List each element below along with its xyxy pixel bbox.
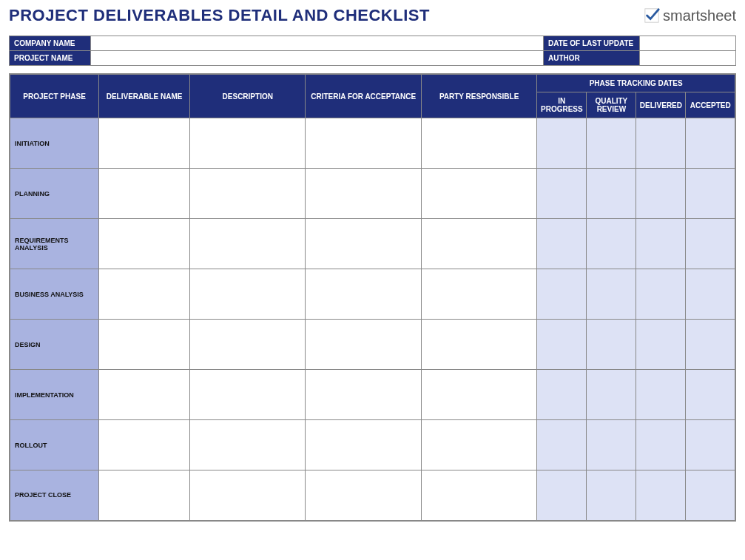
cell-criteria[interactable]	[306, 420, 421, 470]
cell-accepted[interactable]	[686, 169, 735, 219]
cell-criteria[interactable]	[306, 118, 421, 169]
phase-label: PROJECT CLOSE	[10, 470, 99, 521]
meta-value-author[interactable]	[640, 51, 736, 66]
cell-delivered[interactable]	[636, 219, 686, 269]
cell-accepted[interactable]	[686, 470, 735, 521]
cell-party[interactable]	[421, 470, 536, 521]
col-header-tracking-group: PHASE TRACKING DATES	[537, 74, 735, 92]
phase-label: BUSINESS ANALYSIS	[10, 269, 99, 320]
meta-value-last-update[interactable]	[640, 36, 736, 51]
cell-quality-review[interactable]	[587, 470, 636, 521]
cell-accepted[interactable]	[686, 269, 735, 320]
col-header-delivered: DELIVERED	[636, 92, 686, 118]
cell-quality-review[interactable]	[587, 118, 636, 169]
cell-quality-review[interactable]	[587, 169, 636, 219]
phase-label: INITIATION	[10, 118, 99, 169]
checkmark-icon	[644, 7, 660, 24]
cell-delivered[interactable]	[636, 420, 686, 470]
cell-quality-review[interactable]	[587, 370, 636, 420]
meta-value-project[interactable]	[91, 51, 544, 66]
cell-accepted[interactable]	[686, 219, 735, 269]
cell-in-progress[interactable]	[537, 470, 587, 521]
cell-deliverable[interactable]	[99, 169, 190, 219]
col-header-deliverable: DELIVERABLE NAME	[99, 74, 190, 118]
col-header-quality-review: QUALITY REVIEW	[587, 92, 636, 118]
cell-deliverable[interactable]	[99, 420, 190, 470]
cell-accepted[interactable]	[686, 370, 735, 420]
meta-label-last-update: DATE OF LAST UPDATE	[544, 36, 640, 51]
cell-in-progress[interactable]	[537, 420, 587, 470]
table-row: PLANNING	[10, 169, 735, 219]
meta-label-company: COMPANY NAME	[10, 36, 91, 51]
cell-delivered[interactable]	[636, 470, 686, 521]
cell-deliverable[interactable]	[99, 219, 190, 269]
cell-description[interactable]	[190, 370, 306, 420]
cell-party[interactable]	[421, 169, 536, 219]
cell-deliverable[interactable]	[99, 118, 190, 169]
table-row: REQUIREMENTS ANALYSIS	[10, 219, 735, 269]
cell-party[interactable]	[421, 320, 536, 370]
table-row: ROLLOUT	[10, 420, 735, 470]
brand-name: smartsheet	[663, 7, 736, 24]
cell-delivered[interactable]	[636, 118, 686, 169]
cell-description[interactable]	[190, 420, 306, 470]
cell-description[interactable]	[190, 219, 306, 269]
phase-label: DESIGN	[10, 320, 99, 370]
cell-deliverable[interactable]	[99, 470, 190, 521]
cell-party[interactable]	[421, 420, 536, 470]
cell-deliverable[interactable]	[99, 370, 190, 420]
col-header-criteria: CRITERIA FOR ACCEPTANCE	[306, 74, 421, 118]
table-row: PROJECT CLOSE	[10, 470, 735, 521]
cell-criteria[interactable]	[306, 370, 421, 420]
meta-value-company[interactable]	[91, 36, 544, 51]
col-header-in-progress: IN PROGRESS	[537, 92, 587, 118]
cell-delivered[interactable]	[636, 320, 686, 370]
cell-description[interactable]	[190, 169, 306, 219]
cell-accepted[interactable]	[686, 320, 735, 370]
cell-description[interactable]	[190, 269, 306, 320]
cell-deliverable[interactable]	[99, 320, 190, 370]
meta-label-author: AUTHOR	[544, 51, 640, 66]
deliverables-table: PROJECT PHASE DELIVERABLE NAME DESCRIPTI…	[9, 73, 736, 522]
cell-in-progress[interactable]	[537, 169, 587, 219]
cell-delivered[interactable]	[636, 169, 686, 219]
col-header-accepted: ACCEPTED	[686, 92, 735, 118]
cell-criteria[interactable]	[306, 470, 421, 521]
table-body: INITIATIONPLANNINGREQUIREMENTS ANALYSISB…	[10, 118, 735, 521]
brand-logo: smartsheet	[644, 7, 736, 24]
cell-quality-review[interactable]	[587, 420, 636, 470]
cell-description[interactable]	[190, 320, 306, 370]
cell-quality-review[interactable]	[587, 320, 636, 370]
cell-in-progress[interactable]	[537, 320, 587, 370]
cell-quality-review[interactable]	[587, 219, 636, 269]
cell-deliverable[interactable]	[99, 269, 190, 320]
col-header-phase: PROJECT PHASE	[10, 74, 99, 118]
cell-in-progress[interactable]	[537, 370, 587, 420]
cell-party[interactable]	[421, 370, 536, 420]
cell-description[interactable]	[190, 470, 306, 521]
cell-party[interactable]	[421, 219, 536, 269]
page-title: PROJECT DELIVERABLES DETAIL AND CHECKLIS…	[9, 6, 430, 25]
cell-description[interactable]	[190, 118, 306, 169]
table-row: BUSINESS ANALYSIS	[10, 269, 735, 320]
cell-criteria[interactable]	[306, 219, 421, 269]
cell-party[interactable]	[421, 118, 536, 169]
phase-label: ROLLOUT	[10, 420, 99, 470]
cell-criteria[interactable]	[306, 169, 421, 219]
cell-delivered[interactable]	[636, 370, 686, 420]
cell-in-progress[interactable]	[537, 269, 587, 320]
cell-criteria[interactable]	[306, 320, 421, 370]
table-row: IMPLEMENTATION	[10, 370, 735, 420]
cell-in-progress[interactable]	[537, 118, 587, 169]
cell-accepted[interactable]	[686, 420, 735, 470]
cell-delivered[interactable]	[636, 269, 686, 320]
phase-label: IMPLEMENTATION	[10, 370, 99, 420]
cell-party[interactable]	[421, 269, 536, 320]
table-row: DESIGN	[10, 320, 735, 370]
col-header-description: DESCRIPTION	[190, 74, 306, 118]
table-row: INITIATION	[10, 118, 735, 169]
cell-criteria[interactable]	[306, 269, 421, 320]
cell-accepted[interactable]	[686, 118, 735, 169]
cell-quality-review[interactable]	[587, 269, 636, 320]
cell-in-progress[interactable]	[537, 219, 587, 269]
